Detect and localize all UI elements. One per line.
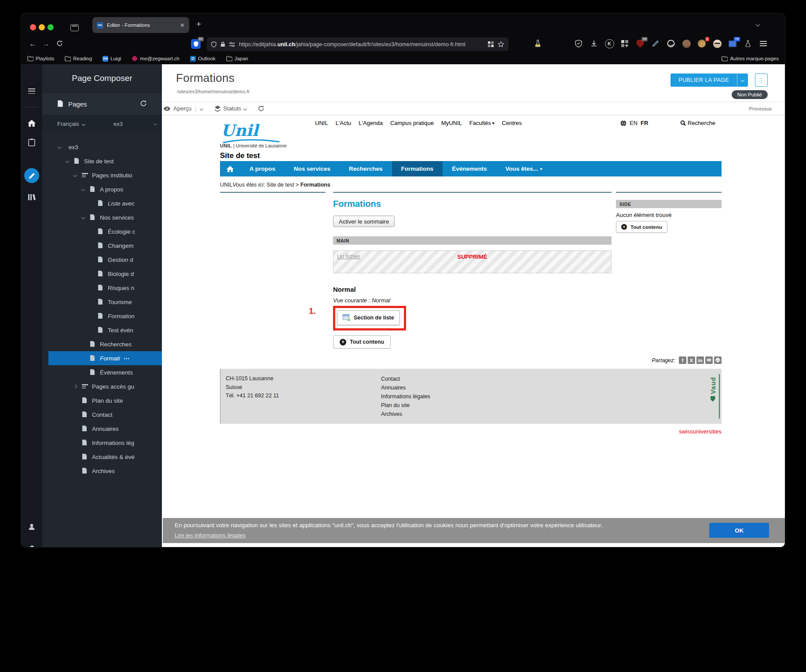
top-nav-item[interactable]: UNIL xyxy=(315,120,328,126)
bookmark-item[interactable]: me@zegwaart.ch xyxy=(132,56,180,61)
flask2-icon[interactable] xyxy=(743,39,753,48)
tree-item[interactable]: Formation xyxy=(42,309,162,323)
collapse-icon[interactable] xyxy=(58,146,66,148)
close-window-button[interactable] xyxy=(30,24,36,30)
cookie-legal-link[interactable]: Lire les informations légales xyxy=(175,532,245,539)
site-selector[interactable]: ex3 xyxy=(114,121,123,127)
tree-item[interactable]: ex3 xyxy=(42,140,162,154)
collapse-icon[interactable] xyxy=(82,216,90,219)
tree-item[interactable]: Écologie c xyxy=(42,224,162,239)
cookie-ok-button[interactable]: OK xyxy=(709,523,769,538)
top-nav-item[interactable]: Campus pratique xyxy=(390,120,434,126)
rail-menu-icon[interactable] xyxy=(21,88,42,94)
avatar-icon[interactable] xyxy=(681,39,691,48)
cookie-icon[interactable]: 3 xyxy=(697,39,707,48)
side-all-content-button[interactable]: + Tout contenu xyxy=(616,221,667,233)
footer-link[interactable]: Archives xyxy=(381,410,430,419)
share-mail-icon[interactable]: ✉ xyxy=(705,356,713,364)
main-nav-item[interactable]: Formations xyxy=(392,161,443,176)
rail-tasks-icon[interactable] xyxy=(21,138,42,147)
pages-panel-header[interactable]: Pages xyxy=(42,92,162,115)
site-selector-chevron-icon[interactable] xyxy=(154,122,157,125)
statuses-button[interactable]: Statuts xyxy=(214,105,246,112)
pen-icon[interactable] xyxy=(651,39,660,48)
tree-item[interactable]: Archives xyxy=(42,464,162,478)
refresh-tree-icon[interactable] xyxy=(140,100,147,108)
bookmark-item[interactable]: Japan xyxy=(226,56,248,61)
browser-tab[interactable]: UNIL Editer - Formations ✕ xyxy=(92,17,189,33)
bookmark-item[interactable]: OOutlook xyxy=(190,56,216,62)
rail-home-icon[interactable] xyxy=(21,120,42,127)
bookmark-item[interactable]: Reading xyxy=(65,56,92,61)
rail-page-composer-icon[interactable] xyxy=(21,168,42,183)
back-button[interactable]: ← xyxy=(29,40,37,48)
main-nav-item[interactable]: A propos xyxy=(240,161,285,176)
url-text[interactable]: https://editjahia.unil.ch/jahia/page-com… xyxy=(239,41,484,48)
download-icon[interactable] xyxy=(589,39,599,48)
tree-item[interactable]: Actualités & évé xyxy=(42,450,162,464)
publish-dropdown-button[interactable] xyxy=(737,73,748,87)
list-all-tabs-icon[interactable] xyxy=(756,22,760,27)
top-nav-item[interactable]: L'Actu xyxy=(336,120,352,126)
tree-item[interactable]: Risques n xyxy=(42,281,162,295)
ublock-icon[interactable]: 39 xyxy=(635,39,645,48)
top-nav-item[interactable]: MyUNIL xyxy=(441,120,462,126)
arc-icon[interactable] xyxy=(666,39,676,48)
forward-button[interactable]: → xyxy=(42,40,50,48)
lang-en[interactable]: EN xyxy=(630,120,637,126)
main-nav-item[interactable]: Vous êtes... ▾ xyxy=(496,161,552,176)
process-label[interactable]: Processus xyxy=(749,106,772,111)
avatar2-icon[interactable] xyxy=(712,39,722,48)
tree-item[interactable]: Site de test xyxy=(42,154,162,168)
share-print-icon[interactable] xyxy=(714,356,722,364)
tree-item[interactable]: Liste avec xyxy=(42,196,162,210)
bookmark-item[interactable]: DSMLuigi xyxy=(103,56,121,62)
tree-item[interactable]: Événements xyxy=(42,365,162,379)
bookmarks-overflow-folder[interactable]: Autres marque-pages xyxy=(722,56,779,61)
minimize-window-button[interactable] xyxy=(39,24,45,30)
flask-extension-icon[interactable] xyxy=(535,40,541,49)
password-manager-extension-icon[interactable]: 9+ xyxy=(191,39,201,49)
menu-icon[interactable] xyxy=(758,39,768,48)
tab-close-icon[interactable]: ✕ xyxy=(180,22,185,29)
tracking-protection-shield-icon[interactable] xyxy=(211,41,216,48)
tree-item[interactable]: Contact xyxy=(42,408,162,422)
tree-item[interactable]: Recherches xyxy=(42,337,162,351)
footer-link[interactable]: Contact xyxy=(381,375,430,383)
maximize-window-button[interactable] xyxy=(48,24,54,30)
tree-item[interactable]: Gestion d xyxy=(42,253,162,267)
tree-item[interactable]: A propos xyxy=(42,182,162,196)
lock-icon[interactable] xyxy=(220,41,225,47)
footer-link[interactable]: Informations légales xyxy=(381,392,430,401)
top-nav-item[interactable]: Centres xyxy=(502,120,522,126)
top-nav-item[interactable]: L'Agenda xyxy=(359,120,383,126)
tree-item[interactable]: Annuaires xyxy=(42,422,162,436)
add-list-section-button[interactable]: Section de liste xyxy=(337,310,400,325)
main-nav-item[interactable]: Nos services xyxy=(285,161,340,176)
new-tab-button[interactable]: + xyxy=(196,20,201,28)
rail-library-icon[interactable] xyxy=(21,194,42,201)
statuses-dropdown-icon[interactable] xyxy=(243,106,247,110)
tree-item[interactable]: Biologie d xyxy=(42,267,162,281)
footer-link[interactable]: Annuaires xyxy=(381,383,430,392)
kagi-icon[interactable]: K xyxy=(604,39,614,48)
swissuniversities-logo[interactable]: swissuniversities xyxy=(220,428,722,435)
publish-page-button[interactable]: PUBLIER LA PAGE xyxy=(670,73,737,87)
more-actions-button[interactable]: ⋮ xyxy=(755,73,768,87)
share-x-icon[interactable]: X xyxy=(688,356,695,364)
url-bar[interactable]: https://editjahia.unil.ch/jahia/page-com… xyxy=(207,37,509,51)
rail-account-icon[interactable] xyxy=(21,523,42,531)
permissions-icon[interactable] xyxy=(229,42,235,47)
tree-item-more-icon[interactable]: ⋯ xyxy=(124,355,130,362)
nav-home-icon[interactable] xyxy=(220,161,240,176)
bookmark-item[interactable]: Playlists xyxy=(27,56,54,61)
monitor-icon[interactable]: 76 xyxy=(728,39,737,48)
language-selector[interactable]: Français xyxy=(57,121,85,127)
activate-summary-button[interactable]: Activer le sommaire xyxy=(333,216,395,227)
collapse-icon[interactable] xyxy=(66,160,74,162)
lang-fr[interactable]: FR xyxy=(641,120,648,126)
collapse-icon[interactable] xyxy=(82,188,90,191)
refresh-preview-button[interactable] xyxy=(258,105,264,112)
canton-vaud-logo[interactable]: Vaud xyxy=(707,374,720,419)
site-search[interactable]: Recherche xyxy=(680,120,715,126)
